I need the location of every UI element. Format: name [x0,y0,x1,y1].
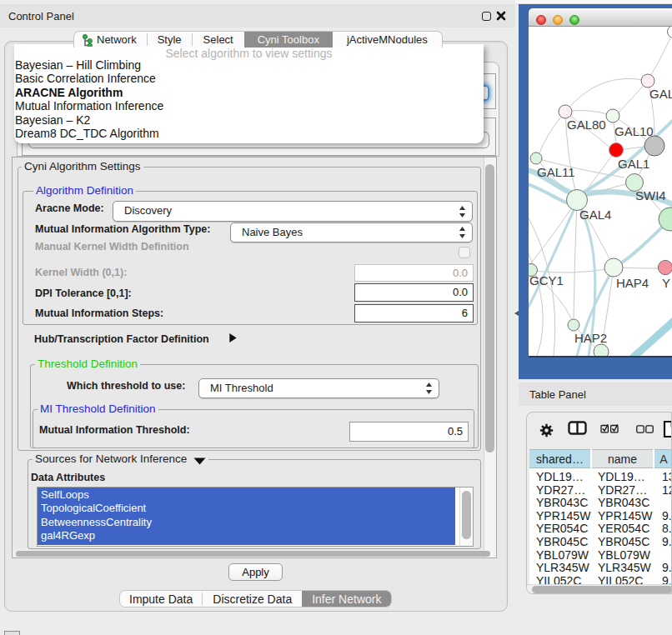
svg-text:GAL11: GAL11 [537,165,575,179]
svg-text:Y: Y [662,276,670,290]
svg-text:GAL10: GAL10 [614,124,654,138]
svg-text:HAP2: HAP2 [574,331,607,345]
svg-text:GAL80: GAL80 [567,118,606,132]
svg-text:GAL4: GAL4 [579,208,611,222]
svg-text:HAP4: HAP4 [616,276,649,290]
svg-text:GAL: GAL [649,87,672,101]
svg-text:SWI4: SWI4 [635,188,666,202]
svg-text:GCY1: GCY1 [529,273,564,288]
svg-text:GAL1: GAL1 [618,157,649,171]
